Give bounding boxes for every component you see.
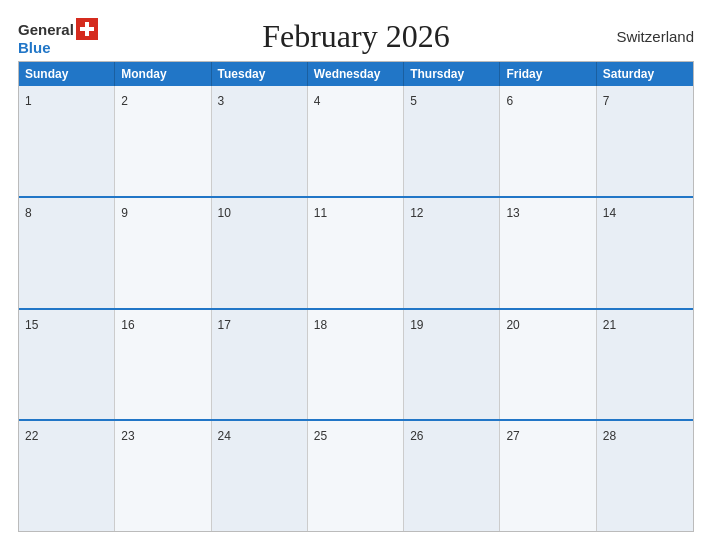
day-4: 4 <box>308 86 404 196</box>
day-18: 18 <box>308 310 404 420</box>
day-16: 16 <box>115 310 211 420</box>
page: General Blue February 2026 Switzerland S… <box>0 0 712 550</box>
week-2: 8 9 10 11 12 13 14 <box>19 196 693 308</box>
day-13: 13 <box>500 198 596 308</box>
day-5: 5 <box>404 86 500 196</box>
day-14: 14 <box>597 198 693 308</box>
header-monday: Monday <box>115 62 211 86</box>
header-tuesday: Tuesday <box>212 62 308 86</box>
header-wednesday: Wednesday <box>308 62 404 86</box>
header-thursday: Thursday <box>404 62 500 86</box>
calendar-title: February 2026 <box>98 18 614 55</box>
day-8: 8 <box>19 198 115 308</box>
day-27: 27 <box>500 421 596 531</box>
day-15: 15 <box>19 310 115 420</box>
week-4: 22 23 24 25 26 27 28 <box>19 419 693 531</box>
day-23: 23 <box>115 421 211 531</box>
day-6: 6 <box>500 86 596 196</box>
svg-rect-2 <box>80 27 94 31</box>
day-26: 26 <box>404 421 500 531</box>
day-9: 9 <box>115 198 211 308</box>
day-24: 24 <box>212 421 308 531</box>
calendar-body: 1 2 3 4 5 6 7 8 9 10 11 12 13 14 15 16 <box>19 86 693 531</box>
header: General Blue February 2026 Switzerland <box>18 18 694 55</box>
day-1: 1 <box>19 86 115 196</box>
day-7: 7 <box>597 86 693 196</box>
day-3: 3 <box>212 86 308 196</box>
day-12: 12 <box>404 198 500 308</box>
logo-general-text: General <box>18 22 74 37</box>
day-22: 22 <box>19 421 115 531</box>
header-sunday: Sunday <box>19 62 115 86</box>
week-3: 15 16 17 18 19 20 21 <box>19 308 693 420</box>
week-1: 1 2 3 4 5 6 7 <box>19 86 693 196</box>
day-2: 2 <box>115 86 211 196</box>
header-saturday: Saturday <box>597 62 693 86</box>
day-19: 19 <box>404 310 500 420</box>
calendar: Sunday Monday Tuesday Wednesday Thursday… <box>18 61 694 532</box>
day-25: 25 <box>308 421 404 531</box>
swiss-flag-icon <box>76 18 98 40</box>
day-21: 21 <box>597 310 693 420</box>
calendar-header: Sunday Monday Tuesday Wednesday Thursday… <box>19 62 693 86</box>
logo: General Blue <box>18 18 98 55</box>
day-20: 20 <box>500 310 596 420</box>
country-label: Switzerland <box>614 28 694 45</box>
header-friday: Friday <box>500 62 596 86</box>
day-11: 11 <box>308 198 404 308</box>
day-17: 17 <box>212 310 308 420</box>
logo-blue-text: Blue <box>18 40 98 55</box>
day-10: 10 <box>212 198 308 308</box>
day-28: 28 <box>597 421 693 531</box>
